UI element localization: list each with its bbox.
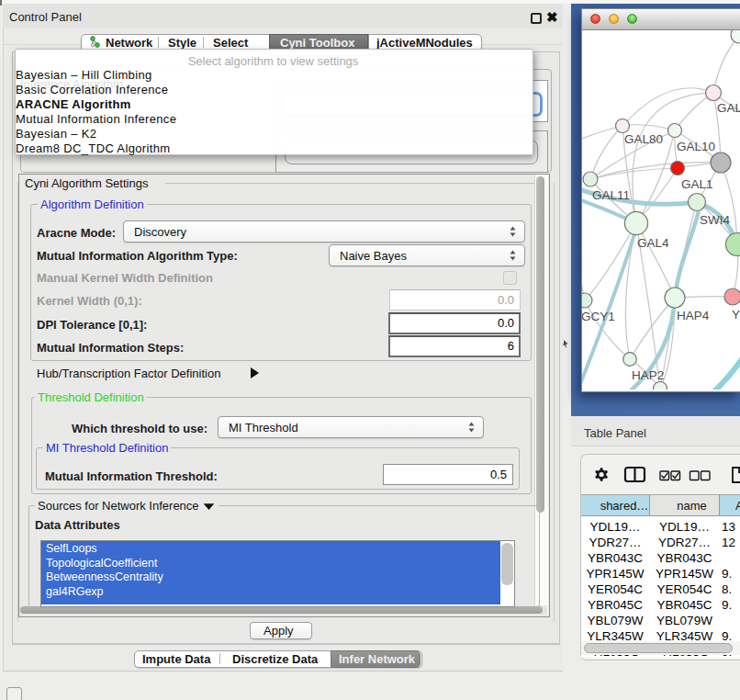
svg-text:GAL1: GAL1 bbox=[681, 177, 713, 191]
svg-text:GAL7: GAL7 bbox=[717, 101, 740, 115]
svg-text:GCY1: GCY1 bbox=[582, 310, 615, 323]
svg-text:GAL11: GAL11 bbox=[592, 188, 630, 202]
svg-text:Y: Y bbox=[732, 308, 740, 322]
svg-text:GAL80: GAL80 bbox=[624, 132, 663, 146]
svg-text:GAL10: GAL10 bbox=[677, 140, 715, 153]
svg-text:HAP2: HAP2 bbox=[632, 368, 664, 382]
svg-text:GAL4: GAL4 bbox=[637, 236, 669, 250]
svg-text:HAP4: HAP4 bbox=[677, 309, 710, 322]
svg-text:SWI4: SWI4 bbox=[700, 213, 730, 227]
